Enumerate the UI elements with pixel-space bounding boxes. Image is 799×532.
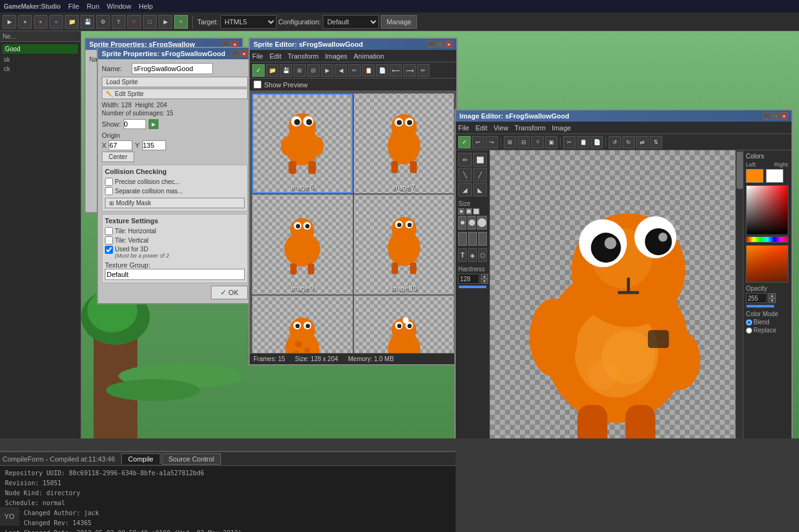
se-minimize-btn[interactable]: _ (428, 41, 435, 48)
ie-tool-fill[interactable]: ◢ (458, 183, 472, 196)
opacity-input[interactable] (746, 293, 767, 303)
sp-minimize-btn[interactable]: _ (232, 50, 239, 57)
se-menu-edit[interactable]: Edit (270, 52, 282, 60)
ie-maximize-btn[interactable]: □ (772, 112, 779, 120)
ie-tool-pencil[interactable]: ✏ (458, 153, 472, 167)
toolbar-btn-8[interactable]: T (112, 15, 125, 29)
name-input[interactable] (132, 63, 213, 74)
blend-radio[interactable] (746, 319, 752, 326)
show-arrow-btn[interactable]: ▶ (149, 119, 159, 129)
show-preview-checkbox[interactable] (253, 80, 262, 89)
ie-tool-slash2[interactable]: ╱ (473, 168, 487, 181)
tile-vert-checkbox[interactable] (105, 236, 113, 244)
se-menu-animation[interactable]: Animation (354, 52, 385, 60)
show-input[interactable] (124, 119, 146, 129)
se-tool-3[interactable]: ⊞ (293, 64, 306, 77)
ie-tool-eraser[interactable]: ⬜ (473, 153, 487, 167)
se-tool-pen[interactable]: ✏ (417, 64, 429, 77)
ie-tb-flip-h[interactable]: ⇄ (636, 136, 649, 148)
menu-run[interactable]: Run (87, 2, 99, 10)
toolbar-btn-3[interactable]: ● (34, 15, 47, 29)
config-select[interactable]: Default (323, 15, 379, 29)
se-tool-copy[interactable]: 📋 (362, 64, 375, 77)
se-menu-images[interactable]: Images (325, 52, 347, 60)
ie-tb-cut[interactable]: ✂ (563, 136, 576, 148)
ie-menu-image[interactable]: Image (552, 124, 571, 132)
edit-sprite-btn[interactable]: ✏️ Edit Sprite (102, 89, 248, 99)
opacity-up[interactable]: ▲ (768, 293, 776, 298)
color-picker-secondary[interactable] (746, 245, 788, 283)
load-sprite-btn[interactable]: Load Sprite (102, 77, 248, 87)
precise-checkbox[interactable] (105, 178, 113, 186)
se-tool-paste[interactable]: 📄 (376, 64, 388, 77)
menu-window[interactable]: Window (107, 2, 131, 10)
se-close-btn[interactable]: × (445, 41, 453, 48)
ie-tb-3[interactable]: ⌗ (531, 136, 544, 148)
ie-tb-2[interactable]: ⊟ (517, 136, 530, 148)
ie-tb-undo[interactable]: ↩ (472, 136, 484, 148)
ie-menu-view[interactable]: View (494, 124, 509, 132)
ie-tool-slash1[interactable]: ╲ (458, 168, 472, 181)
texture-group-input[interactable] (105, 269, 245, 280)
size-large-1[interactable] (458, 216, 466, 230)
right-color-swatch[interactable] (766, 169, 783, 183)
toolbar-btn-2[interactable]: ● (18, 15, 32, 29)
frame-10[interactable]: image 10 (354, 195, 454, 294)
se-tool-4[interactable]: ⊟ (307, 64, 320, 77)
toolbar-btn-6[interactable]: 💾 (81, 15, 94, 29)
ie-minimize-btn[interactable]: _ (763, 112, 770, 120)
hardness-input[interactable] (458, 274, 479, 284)
target-select[interactable]: HTML5 (220, 15, 277, 29)
se-tool-save[interactable]: 💾 (280, 64, 292, 77)
se-tool-5[interactable]: ▶ (321, 64, 333, 77)
ie-canvas-area[interactable] (490, 150, 743, 438)
color-picker-main[interactable] (746, 185, 788, 235)
se-menu-file[interactable]: File (252, 52, 263, 60)
size-sq-2[interactable] (468, 232, 477, 246)
toolbar-btn-9[interactable]: ✕ (127, 15, 141, 29)
ie-tb-check[interactable]: ✓ (458, 136, 471, 148)
ie-tb-copy[interactable]: 📋 (577, 136, 589, 148)
ie-tool-text[interactable]: T (458, 248, 467, 262)
toolbar-btn-10[interactable]: □ (143, 15, 157, 29)
opacity-down[interactable]: ▼ (768, 298, 776, 303)
se-menu-transform[interactable]: Transform (288, 52, 319, 60)
tab-source-control[interactable]: Source Control (162, 453, 221, 465)
ie-tb-rot-r[interactable]: ↻ (622, 136, 635, 148)
size-large-2[interactable] (468, 216, 476, 230)
sp-close-btn[interactable]: × (240, 50, 248, 57)
se-tool-open[interactable]: 📁 (266, 64, 278, 77)
se-tool-check[interactable]: ✓ (252, 64, 265, 77)
hardness-down[interactable]: ▼ (481, 279, 488, 284)
ie-tool-pick[interactable]: ◣ (473, 183, 487, 196)
ie-tb-flip-v[interactable]: ⇅ (650, 136, 662, 148)
ie-tool-bucket[interactable]: ⬡ (478, 248, 487, 262)
se-tool-left[interactable]: ⟵ (390, 64, 402, 77)
size-small-3[interactable] (473, 208, 479, 215)
ie-tb-rot-l[interactable]: ↺ (609, 136, 621, 148)
toolbar-btn-5[interactable]: 📁 (65, 15, 79, 29)
frame-9[interactable]: image 9 (252, 195, 353, 294)
frame-6[interactable]: image 6 (252, 94, 353, 193)
manage-button[interactable]: Manage (381, 15, 417, 29)
frame-12[interactable]: image 12 (252, 296, 353, 353)
left-color-swatch[interactable] (746, 169, 763, 183)
toolbar-btn-11[interactable]: ▶ (159, 15, 172, 29)
hardness-up[interactable]: ▲ (481, 274, 488, 279)
ie-close-btn[interactable]: × (780, 112, 788, 120)
toolbar-btn-4[interactable]: ● (49, 15, 63, 29)
se-tool-right[interactable]: ⟶ (403, 64, 416, 77)
hue-bar[interactable] (746, 236, 788, 243)
separate-checkbox[interactable] (105, 187, 113, 195)
replace-radio[interactable] (746, 327, 752, 334)
menu-help[interactable]: Help (139, 2, 153, 10)
used-3d-checkbox[interactable] (105, 246, 113, 254)
size-small-1[interactable] (458, 208, 464, 215)
size-sq-1[interactable] (458, 232, 467, 246)
ie-tb-4[interactable]: ▣ (545, 136, 557, 148)
ie-tb-1[interactable]: ⊞ (504, 136, 516, 148)
origin-y-input[interactable] (142, 140, 166, 150)
origin-x-input[interactable] (109, 140, 132, 150)
size-small-2[interactable] (466, 208, 472, 215)
ie-tb-redo[interactable]: ↪ (486, 136, 498, 148)
